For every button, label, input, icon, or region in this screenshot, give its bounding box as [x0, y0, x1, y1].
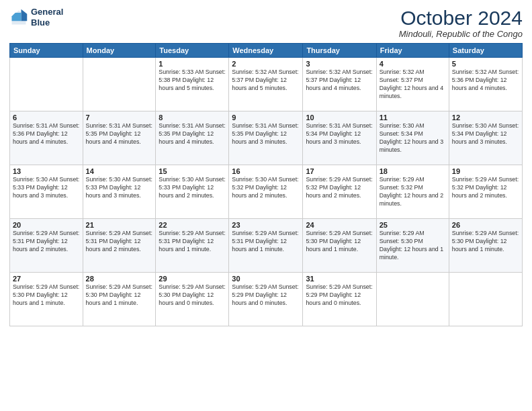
header-saturday: Saturday: [449, 44, 522, 58]
calendar-table: Sunday Monday Tuesday Wednesday Thursday…: [9, 43, 523, 326]
table-row: 5Sunrise: 5:32 AM Sunset: 5:36 PM Daylig…: [449, 58, 522, 111]
svg-marker-3: [12, 13, 21, 21]
logo-text: General Blue: [31, 7, 63, 28]
day-info: Sunrise: 5:30 AM Sunset: 5:32 PM Dayligh…: [232, 176, 300, 200]
calendar-week-4: 20Sunrise: 5:29 AM Sunset: 5:31 PM Dayli…: [10, 219, 523, 273]
day-info: Sunrise: 5:32 AM Sunset: 5:36 PM Dayligh…: [452, 68, 519, 93]
day-info: Sunrise: 5:33 AM Sunset: 5:38 PM Dayligh…: [159, 68, 226, 93]
calendar-page: General Blue October 2024 Mindouli, Repu…: [0, 0, 532, 411]
day-number: 22: [159, 221, 226, 229]
table-row: 14Sunrise: 5:30 AM Sunset: 5:33 PM Dayli…: [83, 165, 156, 219]
table-row: [83, 58, 156, 111]
day-number: 27: [13, 275, 80, 283]
day-number: 18: [380, 167, 446, 175]
day-info: Sunrise: 5:32 AM Sunset: 5:37 PM Dayligh…: [380, 68, 446, 101]
calendar-week-1: 1Sunrise: 5:33 AM Sunset: 5:38 PM Daylig…: [10, 58, 523, 111]
table-row: 24Sunrise: 5:29 AM Sunset: 5:30 PM Dayli…: [303, 219, 376, 273]
day-number: 4: [380, 60, 446, 68]
table-row: 20Sunrise: 5:29 AM Sunset: 5:31 PM Dayli…: [10, 219, 83, 273]
day-info: Sunrise: 5:32 AM Sunset: 5:37 PM Dayligh…: [232, 68, 300, 93]
table-row: 28Sunrise: 5:29 AM Sunset: 5:30 PM Dayli…: [83, 273, 156, 326]
month-title: October 2024: [399, 7, 523, 29]
table-row: [449, 273, 522, 326]
day-info: Sunrise: 5:29 AM Sunset: 5:32 PM Dayligh…: [380, 176, 446, 208]
table-row: 7Sunrise: 5:31 AM Sunset: 5:35 PM Daylig…: [83, 111, 156, 165]
day-number: 24: [306, 221, 373, 229]
day-number: 6: [13, 113, 80, 122]
table-row: 1Sunrise: 5:33 AM Sunset: 5:38 PM Daylig…: [156, 58, 229, 111]
day-info: Sunrise: 5:29 AM Sunset: 5:32 PM Dayligh…: [452, 176, 519, 200]
day-info: Sunrise: 5:29 AM Sunset: 5:30 PM Dayligh…: [13, 283, 80, 308]
day-number: 3: [306, 60, 373, 68]
table-row: 12Sunrise: 5:30 AM Sunset: 5:34 PM Dayli…: [449, 111, 522, 165]
table-row: 13Sunrise: 5:30 AM Sunset: 5:33 PM Dayli…: [10, 165, 83, 219]
day-number: 10: [306, 113, 373, 122]
day-info: Sunrise: 5:30 AM Sunset: 5:33 PM Dayligh…: [159, 176, 226, 200]
header-wednesday: Wednesday: [229, 44, 303, 58]
day-number: 5: [452, 60, 519, 68]
day-number: 30: [232, 275, 300, 283]
location-title: Mindouli, Republic of the Congo: [399, 29, 523, 39]
table-row: 15Sunrise: 5:30 AM Sunset: 5:33 PM Dayli…: [156, 165, 229, 219]
day-info: Sunrise: 5:31 AM Sunset: 5:36 PM Dayligh…: [13, 122, 80, 146]
day-number: 1: [159, 60, 226, 68]
day-info: Sunrise: 5:31 AM Sunset: 5:34 PM Dayligh…: [306, 122, 373, 146]
day-number: 29: [159, 275, 226, 283]
calendar-header-row: Sunday Monday Tuesday Wednesday Thursday…: [10, 44, 523, 58]
day-info: Sunrise: 5:31 AM Sunset: 5:35 PM Dayligh…: [232, 122, 300, 146]
table-row: 19Sunrise: 5:29 AM Sunset: 5:32 PM Dayli…: [449, 165, 522, 219]
table-row: [10, 58, 83, 111]
table-row: 11Sunrise: 5:30 AM Sunset: 5:34 PM Dayli…: [376, 111, 449, 165]
day-info: Sunrise: 5:29 AM Sunset: 5:31 PM Dayligh…: [232, 230, 300, 254]
day-number: 16: [232, 167, 300, 175]
header-thursday: Thursday: [303, 44, 376, 58]
header: General Blue October 2024 Mindouli, Repu…: [9, 7, 523, 39]
calendar-week-3: 13Sunrise: 5:30 AM Sunset: 5:33 PM Dayli…: [10, 165, 523, 219]
table-row: 16Sunrise: 5:30 AM Sunset: 5:32 PM Dayli…: [229, 165, 303, 219]
table-row: 23Sunrise: 5:29 AM Sunset: 5:31 PM Dayli…: [229, 219, 303, 273]
day-number: 14: [86, 167, 153, 175]
calendar-week-2: 6Sunrise: 5:31 AM Sunset: 5:36 PM Daylig…: [10, 111, 523, 165]
logo-icon: [9, 8, 28, 27]
table-row: 27Sunrise: 5:29 AM Sunset: 5:30 PM Dayli…: [10, 273, 83, 326]
day-info: Sunrise: 5:29 AM Sunset: 5:30 PM Dayligh…: [380, 230, 446, 262]
table-row: 21Sunrise: 5:29 AM Sunset: 5:31 PM Dayli…: [83, 219, 156, 273]
table-row: 4Sunrise: 5:32 AM Sunset: 5:37 PM Daylig…: [376, 58, 449, 111]
table-row: 9Sunrise: 5:31 AM Sunset: 5:35 PM Daylig…: [229, 111, 303, 165]
day-info: Sunrise: 5:29 AM Sunset: 5:29 PM Dayligh…: [232, 283, 300, 308]
header-friday: Friday: [376, 44, 449, 58]
table-row: [376, 273, 449, 326]
day-number: 8: [159, 113, 226, 122]
day-number: 21: [86, 221, 153, 229]
day-number: 25: [380, 221, 446, 229]
day-info: Sunrise: 5:29 AM Sunset: 5:30 PM Dayligh…: [306, 230, 373, 254]
day-number: 12: [452, 113, 519, 122]
day-info: Sunrise: 5:29 AM Sunset: 5:31 PM Dayligh…: [159, 230, 226, 254]
day-info: Sunrise: 5:29 AM Sunset: 5:31 PM Dayligh…: [86, 230, 153, 254]
day-number: 20: [13, 221, 80, 229]
day-info: Sunrise: 5:31 AM Sunset: 5:35 PM Dayligh…: [159, 122, 226, 146]
table-row: 29Sunrise: 5:29 AM Sunset: 5:30 PM Dayli…: [156, 273, 229, 326]
header-sunday: Sunday: [10, 44, 83, 58]
header-monday: Monday: [83, 44, 156, 58]
day-number: 26: [452, 221, 519, 229]
day-info: Sunrise: 5:30 AM Sunset: 5:33 PM Dayligh…: [86, 176, 153, 200]
day-number: 15: [159, 167, 226, 175]
day-info: Sunrise: 5:29 AM Sunset: 5:32 PM Dayligh…: [306, 176, 373, 200]
day-number: 2: [232, 60, 300, 68]
day-number: 17: [306, 167, 373, 175]
day-info: Sunrise: 5:30 AM Sunset: 5:34 PM Dayligh…: [452, 122, 519, 146]
day-info: Sunrise: 5:30 AM Sunset: 5:34 PM Dayligh…: [380, 122, 446, 154]
day-number: 19: [452, 167, 519, 175]
calendar-week-5: 27Sunrise: 5:29 AM Sunset: 5:30 PM Dayli…: [10, 273, 523, 326]
day-info: Sunrise: 5:29 AM Sunset: 5:31 PM Dayligh…: [13, 230, 80, 254]
table-row: 17Sunrise: 5:29 AM Sunset: 5:32 PM Dayli…: [303, 165, 376, 219]
table-row: 22Sunrise: 5:29 AM Sunset: 5:31 PM Dayli…: [156, 219, 229, 273]
day-number: 9: [232, 113, 300, 122]
day-number: 7: [86, 113, 153, 122]
table-row: 18Sunrise: 5:29 AM Sunset: 5:32 PM Dayli…: [376, 165, 449, 219]
table-row: 3Sunrise: 5:32 AM Sunset: 5:37 PM Daylig…: [303, 58, 376, 111]
day-info: Sunrise: 5:29 AM Sunset: 5:29 PM Dayligh…: [306, 283, 373, 308]
day-info: Sunrise: 5:29 AM Sunset: 5:30 PM Dayligh…: [452, 230, 519, 254]
day-number: 23: [232, 221, 300, 229]
